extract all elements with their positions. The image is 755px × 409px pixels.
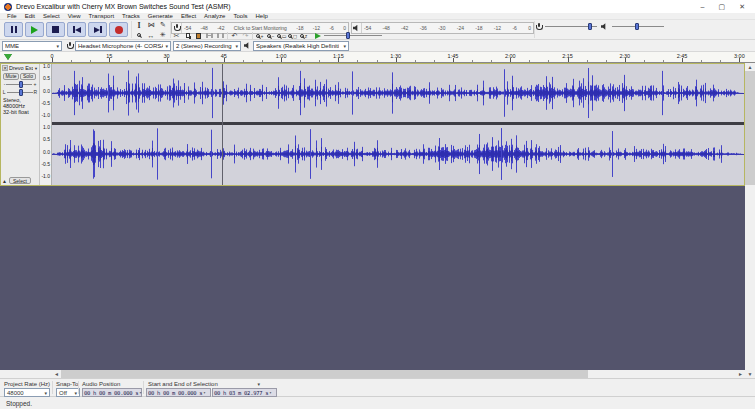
vertical-scrollbar[interactable]: ▲ ▼ [745, 63, 755, 378]
silence-icon [217, 33, 224, 38]
project-rate-group: Project Rate (Hz) 48000▾ [4, 380, 50, 397]
gain-slider-thumb[interactable] [19, 81, 23, 88]
redo-button[interactable]: ↷ [240, 31, 251, 40]
draw-tool-button[interactable]: ✎ [157, 20, 169, 30]
playback-device-select[interactable]: Speakers (Realtek High Definiti▾ [253, 41, 349, 51]
recording-volume-mic-icon [536, 23, 541, 31]
minimize-button[interactable]: – [701, 0, 705, 13]
timeline-minor-tick [90, 60, 91, 62]
recording-channels-select[interactable]: 2 (Stereo) Recording Cha▾ [173, 41, 241, 51]
menu-item-tracks[interactable]: Tracks [118, 13, 144, 20]
zoom-tool-button[interactable] [133, 30, 145, 40]
timeline-minor-tick [243, 60, 244, 62]
timeline-ruler[interactable]: 01530451:001:151:301:452:002:152:302:453… [0, 52, 755, 63]
menu-item-view[interactable]: View [64, 13, 85, 20]
pan-slider[interactable] [7, 88, 33, 97]
timeline-minor-tick [663, 60, 664, 62]
menu-item-tools[interactable]: Tools [229, 13, 251, 20]
scroll-up-arrow[interactable]: ▲ [745, 63, 755, 71]
track-title[interactable]: Drevo Excal [9, 65, 33, 71]
audio-host-select[interactable]: MME▾ [2, 41, 62, 51]
maximize-button[interactable]: ▢ [719, 0, 726, 13]
play-button[interactable] [25, 22, 44, 37]
zoom-toggle-button[interactable]: z [298, 31, 309, 40]
envelope-tool-button[interactable]: ⋈ [145, 20, 157, 30]
track-menu-arrow-icon[interactable]: ▼ [34, 66, 38, 71]
menu-item-effect[interactable]: Effect [177, 13, 200, 20]
collapse-track-button[interactable]: ▲ [2, 178, 7, 184]
meter-tick-label: -18 [475, 25, 482, 31]
horizontal-scrollbar[interactable]: ◄ ► [0, 370, 755, 378]
timeline-minor-tick [205, 60, 206, 62]
waveform[interactable] [52, 64, 744, 185]
multi-tool-button[interactable]: ✳ [157, 30, 169, 40]
copy-button[interactable] [182, 31, 193, 40]
skip-to-end-button[interactable] [88, 22, 107, 37]
vertical-scroll-thumb[interactable] [745, 71, 755, 185]
mute-button[interactable]: Mute [3, 73, 19, 80]
playback-speed-slider[interactable] [324, 31, 382, 40]
selection-start-field[interactable]: 00 h 00 m 00.000 s▾ [146, 388, 211, 397]
menu-item-edit[interactable]: Edit [21, 13, 39, 20]
zoom-in-button[interactable]: + [254, 31, 265, 40]
time-shift-tool-button[interactable]: ↔ [145, 30, 157, 40]
playback-volume-thumb[interactable] [635, 23, 639, 30]
recording-volume-thumb[interactable] [588, 23, 592, 30]
menu-item-analyze[interactable]: Analyze [200, 13, 229, 20]
device-toolbar: MME▾ Headset Microphone (4- CORSAIR▾ 2 (… [0, 40, 755, 52]
undo-button[interactable]: ↶ [229, 31, 240, 40]
track-select-button[interactable]: Select [9, 177, 31, 184]
play-at-speed-button[interactable] [315, 33, 321, 39]
track-close-button[interactable]: ✕ [2, 65, 8, 71]
track-area-background[interactable] [0, 186, 755, 370]
skip-to-start-button[interactable] [67, 22, 86, 37]
scroll-right-arrow[interactable]: ► [736, 370, 745, 378]
menu-item-file[interactable]: File [3, 13, 21, 20]
silence-audio-button[interactable] [215, 31, 226, 40]
paste-button[interactable] [193, 31, 204, 40]
redo-icon: ↷ [243, 32, 249, 40]
selection-end-field[interactable]: 00 h 03 m 02.977 s▾ [212, 388, 277, 397]
selection-tool-button[interactable]: I [133, 20, 145, 30]
snap-to-select[interactable]: Off▾ [56, 388, 80, 397]
stop-button[interactable] [46, 22, 65, 37]
pause-button[interactable] [4, 22, 23, 37]
menu-item-select[interactable]: Select [39, 13, 64, 20]
pan-slider-thumb[interactable] [19, 89, 23, 96]
scroll-left-arrow[interactable]: ◄ [52, 370, 61, 378]
fit-selection-button[interactable]: ▭ [276, 31, 287, 40]
close-button[interactable]: ✕ [739, 0, 745, 13]
audio-position-field[interactable]: 00 h 00 m 00.000 s▾ [82, 388, 142, 397]
solo-button[interactable]: Solo [20, 73, 36, 80]
scroll-down-arrow[interactable]: ▼ [745, 370, 755, 378]
vertical-scale-ruler[interactable]: 1.00.50.0-0.5-1.0 1.00.50.0-0.5-1.0 [40, 64, 52, 185]
selection-mode-select[interactable]: Start and End of Selection▾ [146, 380, 262, 388]
record-button[interactable] [109, 22, 128, 37]
playback-volume-slider[interactable] [612, 22, 664, 31]
amplitude-scale-label: 0.5 [43, 76, 50, 81]
record-icon [115, 26, 123, 34]
zoom-out-button[interactable]: − [265, 31, 276, 40]
project-rate-select[interactable]: 48000▾ [4, 388, 50, 397]
scissors-icon: ✂ [174, 32, 180, 40]
undo-icon: ↶ [232, 32, 238, 40]
multi-tool-icon: ✳ [160, 31, 166, 39]
horizontal-scroll-thumb[interactable] [61, 370, 588, 378]
menu-item-transport[interactable]: Transport [85, 13, 118, 20]
recording-device-select[interactable]: Headset Microphone (4- CORSAIR▾ [75, 41, 171, 51]
timeline-tick-label: 15 [106, 53, 112, 59]
menu-item-generate[interactable]: Generate [144, 13, 177, 20]
menu-item-help[interactable]: Help [251, 13, 271, 20]
fit-project-button[interactable]: ◻ [287, 31, 298, 40]
timeline-options-button[interactable] [4, 54, 12, 60]
audio-track: ✕ Drevo Excal ▼ Mute Solo - + L R Stereo… [0, 63, 745, 186]
recording-volume-slider[interactable] [545, 22, 597, 31]
timeline-minor-tick [415, 60, 416, 62]
speed-slider-thumb[interactable] [346, 32, 350, 39]
cut-button[interactable]: ✂ [171, 31, 182, 40]
timeline-minor-tick [701, 60, 702, 62]
snap-to-group: Snap-To Off▾ [56, 380, 80, 397]
playback-meter-scale: -54-48-42-36-30-24-18-12-60 [362, 23, 533, 33]
timeline-tick-label: 0 [50, 53, 53, 59]
trim-audio-button[interactable] [204, 31, 215, 40]
